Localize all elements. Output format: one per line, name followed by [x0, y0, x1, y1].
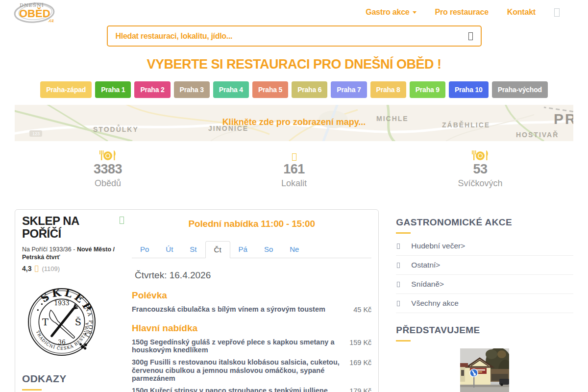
- event-label: Snídaně>: [411, 280, 444, 289]
- user-icon[interactable]: [554, 8, 560, 17]
- event-icon: [397, 301, 400, 306]
- restaurant-info-column: SKLEP NA POŘÍČÍ Na Poříčí 1933/36 - Nové…: [22, 215, 124, 392]
- district-button-praha-8[interactable]: Praha 8: [370, 81, 406, 98]
- nav-label: Pro restaurace: [435, 8, 489, 17]
- stat-locations: 161 Lokalit: [201, 149, 387, 189]
- site-logo[interactable]: DNEŠNÍ OBĚD .cz: [13, 1, 60, 25]
- tab-day-ne[interactable]: Ne: [281, 241, 307, 258]
- stat-label: Lokalit: [201, 178, 387, 189]
- event-ostatni[interactable]: Ostatní>: [396, 256, 573, 275]
- nav-kontakt[interactable]: Kontakt: [507, 8, 536, 17]
- district-button-row: Praha-západ Praha 1 Praha 2 Praha 3 Prah…: [0, 81, 588, 98]
- section-title-soup: Polévka: [132, 290, 371, 301]
- cutlery-icon: [387, 149, 573, 161]
- favorite-icon[interactable]: [120, 217, 124, 224]
- stat-svickova: 53 Svíčkových: [387, 149, 573, 189]
- district-button-praha-4[interactable]: Praha 4: [213, 81, 249, 98]
- district-button-praha-7[interactable]: Praha 7: [331, 81, 367, 98]
- district-button-praha-zapad[interactable]: Praha-západ: [40, 81, 92, 98]
- dish-price: 45 Kč: [353, 305, 371, 314]
- right-sidebar: GASTRONOMICKÉ AKCE Hudební večer> Ostatn…: [389, 209, 573, 392]
- menu-date: Čtvrtek: 16.4.2026: [132, 270, 371, 281]
- dish-row: 150g Segedínský guláš z vepřové plece s …: [132, 338, 371, 354]
- restaurant-address: Na Poříčí 1933/36 - Nové Město / Petrská…: [22, 246, 124, 262]
- review-count: (1109): [42, 265, 60, 272]
- star-icon: [35, 266, 38, 272]
- nav-gastro-akce[interactable]: Gastro akce: [366, 8, 416, 17]
- search-input[interactable]: [116, 32, 468, 41]
- tab-day-ct-active[interactable]: Čt: [205, 241, 230, 258]
- rating-row: 4,3 (1109): [22, 265, 124, 272]
- menu-header: Polední nabídka 11:00 - 15:00: [132, 219, 371, 229]
- svg-text:Š: Š: [75, 317, 81, 328]
- tab-day-ut[interactable]: Út: [157, 241, 181, 258]
- event-snidane[interactable]: Snídaně>: [396, 275, 573, 294]
- tab-day-so[interactable]: So: [256, 241, 281, 258]
- main-content: SKLEP NA POŘÍČÍ Na Poříčí 1933/36 - Nové…: [15, 209, 573, 392]
- event-icon: [397, 263, 400, 268]
- svg-text:.cz: .cz: [48, 18, 54, 23]
- dish-price: 169 Kč: [349, 358, 371, 382]
- menu-column: Polední nabídka 11:00 - 15:00 Po Út St Č…: [132, 215, 371, 392]
- events-heading: GASTRONOMICKÉ AKCE: [396, 217, 573, 228]
- search-icon[interactable]: [468, 32, 473, 40]
- dish-name: 300g Fusilli s restovanou italskou klobá…: [132, 358, 343, 382]
- event-icon: [397, 244, 400, 249]
- district-button-praha-vychod[interactable]: Praha-východ: [492, 81, 548, 98]
- district-button-praha-3[interactable]: Praha 3: [174, 81, 210, 98]
- top-header: DNEŠNÍ OBĚD .cz Gastro akce Pro restaura…: [0, 0, 588, 24]
- page-title: VYBERTE SI RESTAURACI PRO DNEŠNÍ OBĚD !: [0, 57, 588, 72]
- nav-label: Kontakt: [507, 8, 536, 17]
- section-title-mains: Hlavní nabídka: [132, 323, 371, 334]
- rating-value: 4,3: [22, 265, 31, 272]
- map-place-label: HOSTIVAŘ: [516, 131, 559, 139]
- district-button-praha-2[interactable]: Praha 2: [134, 81, 170, 98]
- dish-name: Francouzská cibulačka s bílým vínem a sý…: [132, 305, 325, 314]
- event-vsechny-akce[interactable]: Všechny akce: [396, 294, 573, 313]
- nav-pro-restaurace[interactable]: Pro restaurace: [435, 8, 489, 17]
- event-hudebni-vecer[interactable]: Hudební večer>: [396, 237, 573, 256]
- stat-label: Obědů: [15, 178, 201, 189]
- map-banner[interactable]: 123 STODŮLKY JINONICE MICHLE ZÁBĚHLICE H…: [15, 105, 573, 141]
- district-button-praha-1[interactable]: Praha 1: [95, 81, 131, 98]
- dish-row: Francouzská cibulačka s bílým vínem a sý…: [132, 305, 371, 314]
- tab-day-po[interactable]: Po: [132, 241, 157, 258]
- district-button-praha-6[interactable]: Praha 6: [292, 81, 327, 98]
- stat-value: 3383: [15, 162, 201, 177]
- dish-row: 300g Fusilli s restovanou italskou klobá…: [132, 358, 371, 382]
- nav-label: Gastro akce: [366, 8, 409, 17]
- accent-underline: [22, 389, 42, 391]
- events-list: Hudební večer> Ostatní> Snídaně> Všechny…: [396, 237, 573, 313]
- search-bar: [107, 25, 482, 47]
- links-heading: ODKAZY: [22, 373, 124, 385]
- restaurant-card: SKLEP NA POŘÍČÍ Na Poříčí 1933/36 - Nové…: [15, 209, 379, 392]
- show-map-link[interactable]: Klikněte zde pro zobrazení mapy...: [15, 117, 573, 127]
- event-label: Všechny akce: [411, 299, 459, 308]
- featured-restaurant-photo[interactable]: [460, 348, 509, 392]
- district-button-praha-9[interactable]: Praha 9: [410, 81, 445, 98]
- accent-underline: [396, 340, 411, 342]
- cutlery-icon: [15, 149, 201, 161]
- featured-heading: PŘEDSTAVUJEME: [396, 325, 573, 336]
- district-button-praha-10[interactable]: Praha 10: [449, 81, 489, 98]
- svg-text:OBĚD: OBĚD: [19, 7, 50, 20]
- accent-underline: [396, 232, 411, 234]
- day-tabs: Po Út St Čt Pá So Ne: [132, 241, 371, 258]
- event-label: Hudební večer>: [411, 242, 465, 250]
- dish-price: 159 Kč: [349, 338, 371, 354]
- dish-price: 179 Kč: [349, 387, 371, 392]
- chevron-down-icon: [413, 11, 416, 14]
- main-nav: Gastro akce Pro restaurace Kontakt: [366, 8, 560, 17]
- dish-name: 150g Segedínský guláš z vepřové plece s …: [132, 338, 343, 354]
- restaurant-name: SKLEP NA POŘÍČÍ: [22, 215, 120, 240]
- district-button-praha-5[interactable]: Praha 5: [252, 81, 288, 98]
- stat-value: 53: [387, 162, 573, 177]
- svg-text:T: T: [42, 317, 49, 328]
- tab-day-pa[interactable]: Pá: [230, 241, 256, 258]
- event-icon: [397, 282, 400, 287]
- svg-text:36: 36: [58, 339, 65, 346]
- stat-label: Svíčkových: [387, 178, 573, 189]
- event-label: Ostatní>: [411, 261, 440, 270]
- tab-day-st[interactable]: St: [181, 241, 205, 258]
- location-icon: [201, 149, 387, 161]
